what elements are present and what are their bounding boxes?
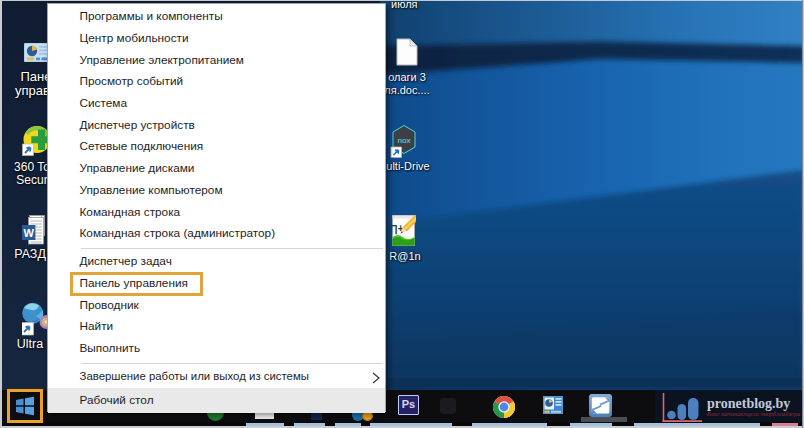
svg-text:nox: nox [398,136,411,145]
svg-text:W: W [24,227,35,239]
